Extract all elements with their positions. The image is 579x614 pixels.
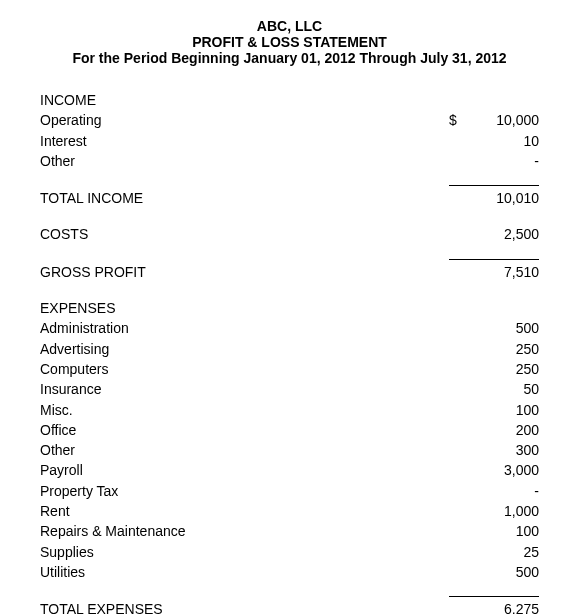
report-header: ABC, LLC PROFIT & LOSS STATEMENT For the… — [40, 18, 539, 66]
expenses-item-label: Other — [40, 440, 449, 460]
expenses-line-item: Insurance50 — [40, 379, 539, 399]
expenses-line-item: Office200 — [40, 420, 539, 440]
expenses-item-value: 25 — [449, 542, 539, 562]
income-line-item: Other- — [40, 151, 539, 171]
expenses-item-value: 250 — [449, 339, 539, 359]
expenses-item-value: 500 — [449, 562, 539, 582]
gross-profit-value: 7,510 — [449, 259, 539, 282]
expenses-line-item: Property Tax- — [40, 481, 539, 501]
expenses-line-item: Administration500 — [40, 318, 539, 338]
costs-label: COSTS — [40, 224, 449, 244]
expenses-item-value: - — [449, 481, 539, 501]
expenses-line-item: Utilities500 — [40, 562, 539, 582]
expenses-item-label: Supplies — [40, 542, 449, 562]
expenses-line-item: Rent1,000 — [40, 501, 539, 521]
total-income-row: TOTAL INCOME 10,010 — [40, 181, 539, 208]
expenses-item-label: Administration — [40, 318, 449, 338]
expenses-item-label: Repairs & Maintenance — [40, 521, 449, 541]
expenses-item-label: Misc. — [40, 400, 449, 420]
expenses-line-item: Other300 — [40, 440, 539, 460]
gross-profit-label: GROSS PROFIT — [40, 262, 449, 282]
expenses-line-item: Supplies25 — [40, 542, 539, 562]
income-item-label: Other — [40, 151, 449, 171]
expenses-section-header: EXPENSES — [40, 298, 539, 318]
income-item-label: Interest — [40, 131, 449, 151]
income-item-value: 10 — [449, 131, 539, 151]
income-item-value: - — [449, 151, 539, 171]
expenses-item-value: 100 — [449, 521, 539, 541]
total-expenses-label: TOTAL EXPENSES — [40, 599, 449, 614]
expenses-item-value: 250 — [449, 359, 539, 379]
expenses-item-label: Insurance — [40, 379, 449, 399]
expenses-line-item: Payroll3,000 — [40, 460, 539, 480]
expenses-item-label: Rent — [40, 501, 449, 521]
income-line-item: Operating$10,000 — [40, 110, 539, 130]
gross-profit-row: GROSS PROFIT 7,510 — [40, 255, 539, 282]
report-title: PROFIT & LOSS STATEMENT — [40, 34, 539, 50]
expenses-item-value: 500 — [449, 318, 539, 338]
income-section-header: INCOME — [40, 90, 539, 110]
expenses-line-item: Computers250 — [40, 359, 539, 379]
expenses-item-value: 200 — [449, 420, 539, 440]
report-period: For the Period Beginning January 01, 201… — [40, 50, 539, 66]
total-expenses-row: TOTAL EXPENSES 6,275 — [40, 592, 539, 614]
income-item-label: Operating — [40, 110, 449, 130]
expenses-item-value: 1,000 — [449, 501, 539, 521]
expenses-item-label: Advertising — [40, 339, 449, 359]
income-item-value: $10,000 — [449, 110, 539, 130]
expenses-item-label: Property Tax — [40, 481, 449, 501]
expenses-item-label: Computers — [40, 359, 449, 379]
costs-value: 2,500 — [449, 224, 539, 244]
expenses-line-item: Repairs & Maintenance100 — [40, 521, 539, 541]
expenses-label: EXPENSES — [40, 298, 449, 318]
income-line-item: Interest10 — [40, 131, 539, 151]
expenses-item-label: Office — [40, 420, 449, 440]
total-income-label: TOTAL INCOME — [40, 188, 449, 208]
total-income-value: 10,010 — [449, 185, 539, 208]
expenses-item-value: 300 — [449, 440, 539, 460]
company-name: ABC, LLC — [40, 18, 539, 34]
costs-row: COSTS 2,500 — [40, 224, 539, 244]
expenses-item-label: Utilities — [40, 562, 449, 582]
expenses-line-item: Advertising250 — [40, 339, 539, 359]
total-expenses-value: 6,275 — [449, 596, 539, 614]
expenses-item-value: 100 — [449, 400, 539, 420]
expenses-item-label: Payroll — [40, 460, 449, 480]
expenses-item-value: 3,000 — [449, 460, 539, 480]
expenses-line-item: Misc.100 — [40, 400, 539, 420]
income-label: INCOME — [40, 90, 449, 110]
expenses-item-value: 50 — [449, 379, 539, 399]
